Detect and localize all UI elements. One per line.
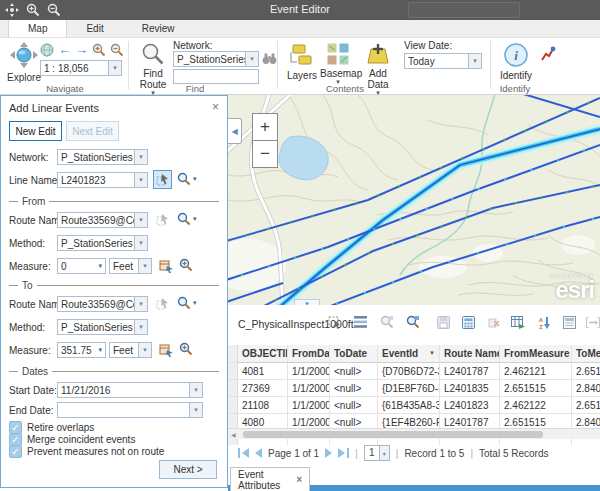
next-edit-button[interactable]: Next Edit — [66, 121, 119, 141]
zoom-to-from-measure-button[interactable] — [179, 258, 193, 272]
map-zoom-in-button[interactable]: + — [252, 113, 278, 141]
to-method-combobox[interactable]: P_StationSeries ▾ — [57, 319, 148, 335]
attribute-window-icon[interactable] — [561, 314, 577, 330]
field-calculator-icon[interactable] — [460, 314, 476, 330]
from-method-combobox[interactable]: P_StationSeries ▾ — [57, 235, 148, 251]
map-zoom-out-button[interactable]: − — [252, 140, 278, 168]
table-row[interactable]: 4081 1/1/2000 <null> {D70B6D72-3 L240178… — [228, 363, 600, 380]
zoom-options-caret-icon[interactable]: ▾ — [193, 215, 197, 223]
table-horizontal-scrollbar[interactable]: ◀ — [228, 428, 600, 439]
save-icon-disabled[interactable] — [435, 314, 451, 330]
expand-columns-icon-disabled[interactable] — [585, 314, 600, 330]
pick-to-measure-button[interactable] — [156, 340, 175, 359]
zoom-options-caret-icon[interactable]: ▾ — [193, 299, 197, 307]
zoom-to-records-icon[interactable] — [405, 314, 421, 330]
scale-combobox[interactable]: 1 : 18,056 ▾ — [40, 60, 122, 76]
table-row[interactable]: 21108 1/1/2000 <null> {61B435A8-3 L24018… — [228, 397, 600, 414]
dropdown-icon[interactable]: ▾ — [138, 343, 151, 357]
from-measure-combobox[interactable]: 0 ▾ — [57, 258, 106, 274]
row-selector[interactable] — [228, 380, 238, 397]
select-line-on-map-button[interactable] — [153, 170, 172, 189]
col-objectid[interactable]: OBJECTID — [238, 345, 288, 363]
view-date-combobox[interactable]: Today ▾ — [404, 53, 482, 69]
zoom-to-selected-icon-disabled[interactable] — [379, 314, 395, 330]
basemap-button[interactable]: Basemap ▾ — [320, 42, 356, 84]
end-date-combobox[interactable]: ▾ — [57, 402, 203, 418]
dropdown-icon[interactable]: ▾ — [134, 173, 147, 187]
sort-desc-icon[interactable]: ▼ — [429, 345, 435, 362]
select-from-route-button[interactable] — [153, 210, 172, 229]
binoculars-icon[interactable] — [262, 52, 277, 65]
dropdown-icon[interactable]: ▾ — [189, 383, 202, 397]
start-date-combobox[interactable]: 11/21/2016 ▾ — [57, 382, 203, 398]
next-button[interactable]: Next > — [159, 460, 217, 479]
collapse-panel-left-icon[interactable]: ◀ — [228, 118, 242, 144]
table-row[interactable]: 27369 1/1/2000 <null> {D1E8F76D-F L24018… — [228, 380, 600, 397]
select-to-route-button[interactable] — [153, 294, 172, 313]
view-date-dropdown-icon[interactable]: ▾ — [468, 54, 481, 68]
to-measure-combobox[interactable]: 351.75 ▾ — [57, 342, 106, 358]
close-tab-icon[interactable]: × — [296, 474, 302, 485]
tab-edit[interactable]: Edit — [67, 20, 122, 37]
panel-network-combobox[interactable]: P_StationSeries ▾ — [57, 149, 148, 165]
page-number-dropdown-icon[interactable]: ▾ — [379, 446, 389, 460]
layers-button[interactable]: Layers — [286, 44, 318, 81]
tab-event-attributes[interactable]: Event Attributes × — [230, 467, 310, 491]
to-route-combobox[interactable]: Route33569@Cent ▾ — [57, 296, 148, 312]
select-records-icon[interactable] — [326, 314, 342, 330]
col-fromdate[interactable]: FromDate — [288, 345, 330, 363]
zoom-to-from-route-button[interactable]: ▾ — [177, 212, 197, 226]
row-selector[interactable] — [228, 397, 238, 414]
col-tomeasure[interactable]: ToMea — [572, 345, 600, 363]
back-extent-icon[interactable]: ← — [58, 42, 71, 57]
line-name-combobox[interactable]: L2401823 ▾ — [57, 172, 148, 188]
first-page-button[interactable] — [238, 448, 249, 458]
sort-icon[interactable]: AZ — [536, 314, 552, 330]
zoom-to-to-route-button[interactable]: ▾ — [177, 296, 197, 310]
scale-dropdown-icon[interactable]: ▾ — [108, 61, 121, 75]
network-combobox[interactable]: P_StationSeries ▾ — [173, 51, 259, 67]
append-events-icon[interactable] — [510, 314, 526, 330]
zoom-to-to-measure-button[interactable] — [179, 342, 193, 356]
col-todate[interactable]: ToDate — [330, 345, 378, 363]
forward-extent-icon[interactable]: → — [75, 42, 88, 57]
tab-map[interactable]: Map — [8, 20, 67, 37]
panel-close-icon[interactable]: × — [212, 100, 219, 114]
measure-caret-icon[interactable]: ▾ — [98, 346, 105, 354]
scrollbar-left-icon[interactable]: ◀ — [231, 431, 236, 438]
dropdown-icon[interactable]: ▾ — [134, 150, 147, 164]
dropdown-icon[interactable]: ▾ — [189, 403, 202, 417]
next-page-button[interactable] — [325, 448, 332, 458]
measure-caret-icon[interactable]: ▾ — [98, 262, 105, 270]
zoom-out-map-icon[interactable] — [110, 42, 124, 57]
find-route-input[interactable] — [173, 69, 259, 84]
zoom-options-caret-icon[interactable]: ▾ — [193, 175, 197, 183]
dropdown-icon[interactable]: ▾ — [134, 320, 147, 334]
new-edit-button[interactable]: New Edit — [9, 121, 62, 141]
to-unit-combobox[interactable]: Feet ▾ — [109, 342, 152, 358]
row-selector[interactable] — [228, 363, 238, 380]
col-eventid[interactable]: EventId ▼ — [378, 345, 440, 363]
zoom-to-line-button[interactable]: ▾ — [177, 172, 197, 186]
pick-from-measure-button[interactable] — [156, 256, 175, 275]
scrollbar-thumb[interactable] — [243, 431, 543, 438]
dropdown-icon[interactable]: ▾ — [134, 213, 147, 227]
dropdown-icon[interactable]: ▾ — [134, 236, 147, 250]
full-extent-icon[interactable] — [40, 42, 54, 57]
prevent-measures-checkbox[interactable]: ✓ — [9, 445, 22, 458]
delete-record-icon-disabled[interactable] — [485, 314, 501, 330]
network-dropdown-icon[interactable]: ▾ — [245, 52, 258, 66]
previous-page-button[interactable] — [255, 448, 262, 458]
col-routename[interactable]: Route Name — [440, 345, 500, 363]
identify-route-tool-icon[interactable] — [540, 46, 556, 62]
map-view[interactable]: ◀ + − POWERED BY esri — [228, 95, 600, 305]
from-unit-combobox[interactable]: Feet ▾ — [109, 258, 152, 274]
explore-button[interactable]: Explore — [6, 42, 42, 83]
dropdown-icon[interactable]: ▾ — [134, 297, 147, 311]
col-frommeasure[interactable]: FromMeasure — [500, 345, 572, 363]
identify-button[interactable]: i Identify — [498, 42, 534, 81]
tab-review[interactable]: Review — [123, 20, 194, 37]
from-route-combobox[interactable]: Route33569@Cent ▾ — [57, 212, 148, 228]
zoom-in-map-icon[interactable] — [92, 42, 106, 57]
show-selected-rows-icon[interactable] — [352, 314, 368, 330]
